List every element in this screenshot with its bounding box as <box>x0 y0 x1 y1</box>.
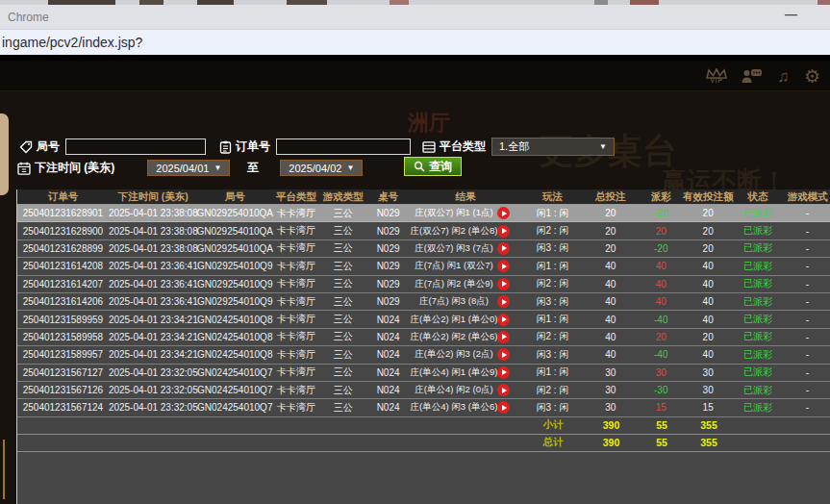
table-row[interactable]: 250401231628901 2025-04-01 23:38:08 GN02… <box>17 205 830 222</box>
date-to-select[interactable]: 2025/04/02 ▼ <box>280 160 363 176</box>
cell-bet-time: 2025-04-01 23:36:41 <box>109 296 198 307</box>
column-header: 游戏类型 <box>320 190 366 204</box>
clipboard-icon <box>219 140 232 154</box>
cell-total-bet: 40 <box>584 279 637 290</box>
subtotal-total-bet: 390 <box>585 419 638 431</box>
cell-order-number: 250401231567127 <box>17 367 109 378</box>
list-icon <box>422 141 436 153</box>
platform-select-value: 1.全部 <box>499 139 529 154</box>
cell-table-number: N024 <box>366 315 411 325</box>
date-from-select[interactable]: 2025/04/01 ▼ <box>147 160 230 176</box>
table-row[interactable]: 250401231614207 2025-04-01 23:36:41 GN02… <box>17 276 830 293</box>
play-button[interactable] <box>497 314 510 326</box>
cell-total-bet: 20 <box>584 226 637 237</box>
cell-game-type: 三公 <box>320 384 366 397</box>
table-row[interactable]: 250401231589959 2025-04-01 23:34:21 GN02… <box>17 311 830 328</box>
cell-total-bet: 30 <box>584 367 637 378</box>
cell-order-number: 250401231614207 <box>17 279 109 290</box>
filter-row-1: 局号 订单号 平台类型 1.全部 ▼ <box>19 138 615 156</box>
cell-payout: -40 <box>637 315 685 325</box>
cell-platform: 卡卡湾厅 <box>272 365 320 379</box>
cell-play-type: 闲2 : 闲 <box>520 330 584 343</box>
table-row[interactable]: 250401231614208 2025-04-01 23:36:41 GN02… <box>17 258 830 275</box>
cell-game-type: 三公 <box>320 365 366 379</box>
table-empty-area <box>17 452 830 504</box>
cell-game-mode: - <box>785 315 830 325</box>
cell-table-number: N029 <box>366 279 411 290</box>
result-text: 庄(7点) 闲2 (单公9) <box>411 278 498 290</box>
cell-game-mode: - <box>785 332 830 342</box>
cell-table-number: N029 <box>366 226 411 237</box>
play-button[interactable] <box>497 384 510 396</box>
music-glyph: ♫ <box>777 68 790 85</box>
cell-table-number: N029 <box>366 208 411 218</box>
gear-glyph: ⚙ <box>804 67 820 86</box>
vip-icon[interactable]: VIP <box>706 68 727 84</box>
cell-payout: 40 <box>637 261 685 271</box>
table-row[interactable]: 250401231567126 2025-04-01 23:32:05 GN02… <box>17 382 830 399</box>
cell-total-bet: 40 <box>584 296 637 307</box>
table-row[interactable]: 250401231628900 2025-04-01 23:38:08 GN02… <box>17 222 830 239</box>
table-row[interactable]: 250401231589958 2025-04-01 23:34:21 GN02… <box>17 329 830 346</box>
table-row[interactable]: 250401231567127 2025-04-01 23:32:05 GN02… <box>17 365 830 382</box>
cell-result: 庄(双公7) 闲3 (7点) <box>411 242 521 255</box>
table-row[interactable]: 250401231628899 2025-04-01 23:38:08 GN02… <box>17 240 830 258</box>
cell-play-type: 闲2 : 闲 <box>520 224 584 238</box>
chat-icon[interactable] <box>742 68 763 84</box>
cell-play-type: 闲1 : 闲 <box>520 365 584 379</box>
cell-play-type: 闲3 : 闲 <box>520 295 584 309</box>
to-label: 至 <box>247 160 259 176</box>
cell-payout: 20 <box>637 332 685 342</box>
play-button[interactable] <box>497 225 510 238</box>
table-row[interactable]: 250401231589957 2025-04-01 23:34:21 GN02… <box>17 346 830 364</box>
cell-round-number: GN024254010Q7 <box>198 402 272 413</box>
round-input[interactable] <box>65 139 206 155</box>
cell-play-type: 闲3 : 闲 <box>520 401 584 415</box>
background-art-line <box>3 440 5 499</box>
cell-status: 已派彩 <box>731 224 785 238</box>
vip-label: VIP <box>710 77 722 84</box>
chevron-down-icon: ▼ <box>346 164 354 172</box>
result-text: 庄(7点) 闲1 (双公7) <box>411 260 498 272</box>
table-row[interactable]: 250401231567124 2025-04-01 23:32:05 GN02… <box>17 399 830 416</box>
bet-time-label: 下注时间 (美东) <box>35 160 114 176</box>
bet-history-table: 订单号下注时间 (美东)局号平台类型游戏类型桌号结果玩法总投注派彩有效投注额状态… <box>16 189 830 504</box>
settings-icon[interactable]: ⚙ <box>804 67 820 86</box>
play-button[interactable] <box>497 348 510 361</box>
query-button[interactable]: 查询 <box>404 157 462 176</box>
minimize-button[interactable]: — <box>785 7 797 21</box>
cell-play-type: 闲3 : 闲 <box>520 241 584 255</box>
cell-game-type: 三公 <box>320 401 366 415</box>
cell-payout: -20 <box>637 243 685 254</box>
column-header: 派彩 <box>637 190 685 204</box>
url-bar[interactable]: ingame/pcv2/index.jsp? <box>0 29 830 55</box>
cell-valid-bet: 20 <box>685 243 731 254</box>
column-header: 结果 <box>410 190 520 204</box>
cell-game-type: 三公 <box>320 313 366 326</box>
chevron-down-icon: ▼ <box>214 164 221 172</box>
game-header: VIP ♫ ⚙ <box>0 61 830 91</box>
platform-select[interactable]: 1.全部 ▼ <box>491 138 615 156</box>
order-input[interactable] <box>276 139 411 155</box>
play-button[interactable] <box>497 295 510 308</box>
play-button[interactable] <box>497 401 510 414</box>
play-button[interactable] <box>497 260 510 272</box>
play-button[interactable] <box>497 331 510 343</box>
cell-bet-time: 2025-04-01 23:38:08 <box>109 208 198 218</box>
play-button[interactable] <box>497 242 510 255</box>
cell-platform: 卡卡湾厅 <box>272 295 320 309</box>
music-icon[interactable]: ♫ <box>777 68 790 85</box>
cell-round-number: GN024254010Q8 <box>198 332 272 342</box>
cell-play-type: 闲1 : 闲 <box>520 207 584 220</box>
cell-result: 庄(单公4) 闲3 (单公6) <box>411 401 521 414</box>
result-text: 庄(单公4) 闲1 (单公9) <box>411 366 498 379</box>
play-button[interactable] <box>497 207 510 219</box>
cell-valid-bet: 40 <box>685 315 731 325</box>
cell-round-number: GN029254010Q9 <box>198 261 272 271</box>
table-row[interactable]: 250401231614206 2025-04-01 23:36:41 GN02… <box>17 293 830 311</box>
cell-status: 已派彩 <box>731 348 785 362</box>
play-button[interactable] <box>497 278 510 290</box>
cell-game-type: 三公 <box>320 260 366 273</box>
play-button[interactable] <box>497 366 510 379</box>
cell-table-number: N024 <box>366 367 411 378</box>
